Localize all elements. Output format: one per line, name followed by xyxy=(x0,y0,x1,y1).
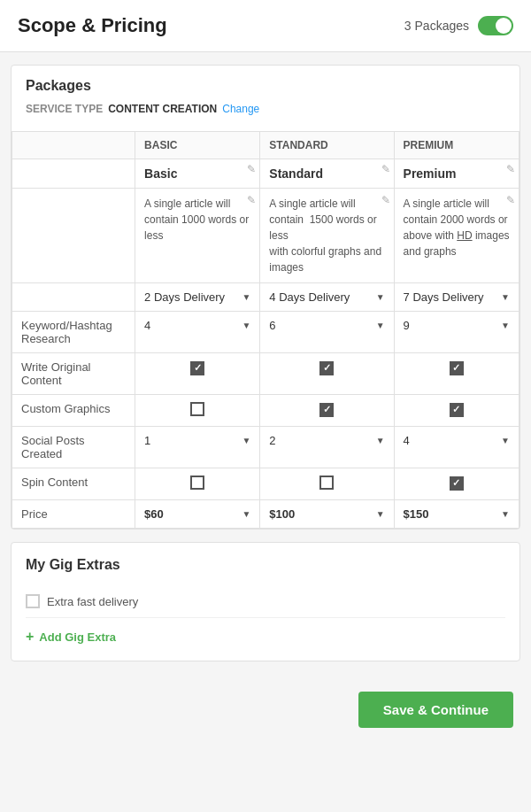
premium-price-cell: $150 ▼ xyxy=(394,500,519,529)
standard-keyword[interactable]: 6 ▼ xyxy=(269,319,384,332)
standard-name-edit-icon[interactable]: ✎ xyxy=(381,163,390,175)
add-gig-extra-button[interactable]: + Add Gig Extra xyxy=(26,618,505,646)
standard-write-original-checkbox[interactable] xyxy=(319,361,334,375)
col-header-basic: BASIC xyxy=(135,132,260,159)
basic-delivery-cell: 2 Days Delivery ▼ xyxy=(135,283,260,312)
basic-keyword-cell: 4 ▼ xyxy=(135,312,260,353)
packages-toggle[interactable] xyxy=(478,16,513,35)
standard-social-arrow: ▼ xyxy=(376,436,385,445)
standard-price-cell: $100 ▼ xyxy=(260,500,394,529)
premium-social-value: 4 xyxy=(404,434,410,447)
standard-spin-checkbox[interactable] xyxy=(319,476,334,490)
premium-tier-name: Premium xyxy=(404,166,457,181)
service-type-label: SERVICE TYPE xyxy=(26,103,103,115)
service-type-row: SERVICE TYPE CONTENT CREATION Change xyxy=(26,103,505,124)
keyword-label: Keyword/Hashtag Research xyxy=(12,312,135,353)
basic-name-cell: Basic ✎ xyxy=(135,159,260,189)
basic-social-cell: 1 ▼ xyxy=(135,427,260,468)
premium-price-select[interactable]: $150 ▼ xyxy=(404,507,510,521)
tier-name-row: Basic ✎ Standard ✎ Premium ✎ xyxy=(12,159,519,189)
packages-count: 3 Packages xyxy=(404,19,469,33)
standard-delivery-cell: 4 Days Delivery ▼ xyxy=(260,283,394,312)
price-row: Price $60 ▼ $100 ▼ $150 ▼ xyxy=(12,500,519,529)
col-header-label xyxy=(12,132,135,159)
standard-desc-edit-icon[interactable]: ✎ xyxy=(381,192,390,208)
premium-keyword[interactable]: 9 ▼ xyxy=(404,319,510,332)
basic-social-select[interactable]: 1 ▼ xyxy=(144,434,250,447)
basic-desc-edit-icon[interactable]: ✎ xyxy=(247,192,256,208)
premium-custom-graphics-checkbox[interactable] xyxy=(450,403,464,417)
basic-keyword[interactable]: 4 ▼ xyxy=(144,319,250,332)
basic-price-select[interactable]: $60 ▼ xyxy=(144,507,250,521)
basic-keyword-arrow: ▼ xyxy=(242,321,250,330)
save-continue-button[interactable]: Save & Continue xyxy=(358,692,513,728)
standard-write-original-cell xyxy=(260,353,394,395)
spin-content-row: Spin Content xyxy=(12,468,519,500)
basic-keyword-value: 4 xyxy=(144,319,150,332)
write-original-label: Write Original Content xyxy=(12,353,135,395)
social-posts-row: Social Posts Created 1 ▼ 2 ▼ 4 xyxy=(12,427,519,468)
standard-keyword-cell: 6 ▼ xyxy=(260,312,394,353)
basic-name-edit-icon[interactable]: ✎ xyxy=(247,163,256,175)
social-posts-label: Social Posts Created xyxy=(12,427,135,468)
premium-price-value: $150 xyxy=(404,507,429,521)
premium-delivery-cell: 7 Days Delivery ▼ xyxy=(394,283,519,312)
basic-description: A single article will contain 1000 words… xyxy=(144,197,249,242)
standard-spin-cell xyxy=(260,468,394,500)
basic-spin-cell xyxy=(135,468,260,500)
standard-delivery-arrow: ▼ xyxy=(376,292,385,302)
extra-fast-delivery-checkbox[interactable] xyxy=(26,594,40,608)
standard-name-cell: Standard ✎ xyxy=(260,159,394,189)
add-extra-label: Add Gig Extra xyxy=(39,630,116,644)
basic-custom-graphics-cell xyxy=(135,395,260,427)
premium-keyword-arrow: ▼ xyxy=(501,321,510,330)
basic-price-value: $60 xyxy=(144,507,164,521)
basic-price-cell: $60 ▼ xyxy=(135,500,260,529)
premium-delivery-select[interactable]: 7 Days Delivery ▼ xyxy=(404,290,510,304)
empty-cell-3 xyxy=(12,283,135,312)
premium-spin-checkbox[interactable] xyxy=(450,476,464,491)
premium-spin-cell xyxy=(394,468,519,500)
basic-spin-checkbox[interactable] xyxy=(190,476,204,490)
basic-write-original-checkbox[interactable] xyxy=(190,361,204,375)
description-row: A single article will contain 1000 words… xyxy=(12,189,519,283)
basic-write-original-cell xyxy=(135,353,260,395)
premium-name-cell: Premium ✎ xyxy=(394,159,519,189)
col-header-premium: PREMIUM xyxy=(394,132,519,159)
standard-social-cell: 2 ▼ xyxy=(260,427,394,468)
spin-content-label: Spin Content xyxy=(12,468,135,500)
page-footer: Save & Continue xyxy=(0,674,531,746)
premium-description: A single article will contain 2000 words… xyxy=(404,197,510,258)
page-header: Scope & Pricing 3 Packages xyxy=(0,0,531,52)
empty-cell xyxy=(12,159,135,189)
page-title: Scope & Pricing xyxy=(18,14,167,37)
gig-extras-section: My Gig Extras Extra fast delivery + Add … xyxy=(11,542,520,661)
standard-delivery-select[interactable]: 4 Days Delivery ▼ xyxy=(269,290,384,304)
premium-delivery-arrow: ▼ xyxy=(501,292,510,302)
change-link[interactable]: Change xyxy=(222,103,259,115)
header-right: 3 Packages xyxy=(404,16,513,35)
packages-section: Packages SERVICE TYPE CONTENT CREATION C… xyxy=(11,65,520,530)
premium-social-arrow: ▼ xyxy=(501,436,510,445)
premium-desc-edit-icon[interactable]: ✎ xyxy=(506,192,515,208)
standard-custom-graphics-checkbox[interactable] xyxy=(319,403,334,417)
basic-delivery-select[interactable]: 2 Days Delivery ▼ xyxy=(144,290,250,304)
premium-name-edit-icon[interactable]: ✎ xyxy=(506,163,515,175)
premium-delivery-value: 7 Days Delivery xyxy=(404,290,484,304)
custom-graphics-row: Custom Graphics xyxy=(12,395,519,427)
premium-custom-graphics-cell xyxy=(394,395,519,427)
standard-social-select[interactable]: 2 ▼ xyxy=(269,434,384,447)
premium-keyword-value: 9 xyxy=(404,319,410,332)
keyword-row: Keyword/Hashtag Research 4 ▼ 6 ▼ 9 xyxy=(12,312,519,353)
basic-delivery-arrow: ▼ xyxy=(242,292,250,302)
standard-price-select[interactable]: $100 ▼ xyxy=(269,507,384,521)
basic-custom-graphics-checkbox[interactable] xyxy=(190,402,204,416)
standard-tier-name: Standard xyxy=(269,166,323,181)
empty-cell-2 xyxy=(12,189,135,283)
write-original-row: Write Original Content xyxy=(12,353,519,395)
standard-social-value: 2 xyxy=(269,434,275,447)
premium-social-select[interactable]: 4 ▼ xyxy=(404,434,510,447)
basic-description-cell: A single article will contain 1000 words… xyxy=(135,189,260,283)
extra-fast-delivery-item: Extra fast delivery xyxy=(26,585,505,618)
premium-write-original-checkbox[interactable] xyxy=(450,361,464,375)
